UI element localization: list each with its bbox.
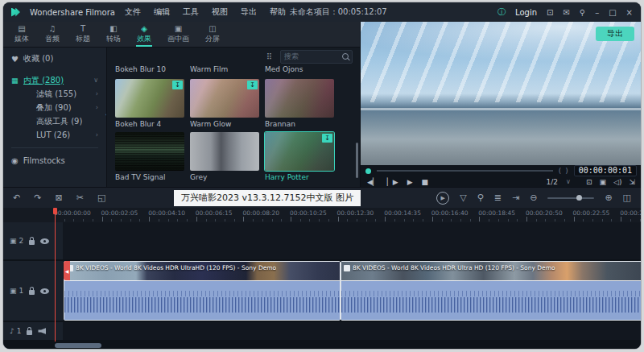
effects-scrollbar[interactable] [356,143,358,178]
split-scissors-icon[interactable]: ✂ [76,193,84,203]
seek-handle[interactable] [365,168,371,174]
speaker-icon[interactable]: ◁) [613,178,621,186]
display-setting-icon[interactable]: ⊡ [586,178,592,186]
sidebar-item-favorites[interactable]: ♥ 收藏 (0) [3,52,106,66]
grid-view-icon[interactable]: ⠿ [266,52,272,61]
timeline-clip[interactable]: 8K VIDEOS - World 8K Videos HDR Ultra HD… [341,261,641,321]
effect-bad-tv-signal[interactable]: Bad TV Signal [115,132,184,181]
lock-icon[interactable] [29,290,35,295]
eye-icon[interactable] [40,288,49,294]
auto-ripple-icon[interactable]: ⇥ [512,193,519,203]
menu-item[interactable]: 文件 [125,6,141,18]
clip-label: 8K VIDEOS - World 8K Videos HDR UltraHD … [76,264,276,271]
menu-item[interactable]: 导出 [241,6,257,18]
snapshot-camera-icon[interactable]: ▣ [600,178,607,186]
close-button[interactable]: × [626,8,633,17]
playhead[interactable] [55,208,56,342]
tab-titles[interactable]: T 标题 [68,22,98,47]
zoom-out-icon[interactable]: ⊖ [530,193,537,203]
effect-warm-glow[interactable]: ↧ Warm Glow [190,79,259,128]
tab-transitions[interactable]: ◧ 转场 [98,22,129,47]
effect-thumbnail[interactable] [115,132,184,171]
effect-thumbnail[interactable]: ↧ [190,79,259,118]
lock-icon[interactable] [29,240,35,245]
menu-item[interactable]: 工具 [183,6,199,18]
fullscreen-icon[interactable]: ⇲ [629,178,635,186]
sidebar-item-lut[interactable]: LUT (26) › [3,128,106,142]
tab-split-screen[interactable]: ◫ 分屏 [197,22,228,47]
redo-icon[interactable]: ↷ [34,193,41,203]
mark-in-icon[interactable]: ( [559,167,562,175]
delete-icon[interactable]: ⊠ [55,193,62,203]
effect-name: Grey [190,173,259,181]
preview-zoom-dropdown[interactable]: 1/2 [547,178,558,186]
tab-pip[interactable]: ▣ 画中画 [159,22,197,47]
voiceover-mic-icon[interactable]: ⚲ [477,193,484,203]
minimize-button[interactable]: – [595,8,599,17]
stop-button[interactable]: ■ [422,178,429,186]
menu-item[interactable]: 编辑 [154,6,170,18]
previous-frame-button[interactable]: ◀▏ [367,178,378,186]
horizontal-scrollbar[interactable] [55,343,101,348]
lock-icon[interactable] [27,330,32,335]
effect-brannan[interactable]: Brannan [265,79,334,128]
ruler-timestamp: 00:00:25:00 [620,209,641,217]
effect-harry-potter[interactable]: ↧ Harry Potter [265,132,334,181]
download-icon[interactable]: ↧ [247,81,258,89]
app-name: Wondershare Filmora [30,8,115,17]
effect-grey[interactable]: Grey [190,132,259,181]
ruler-timestamp: 00:00:22:55 [573,209,621,217]
export-button[interactable]: 导出 [596,27,634,41]
render-preview-icon[interactable]: ▶ [436,192,449,205]
screen-record-icon[interactable]: ⊡ [547,8,553,17]
chevron-icon: › [96,90,98,97]
sidebar-item-built-in[interactable]: ▦ 内置 (280) ∨ [3,73,106,87]
sidebar-item-advanced-tools[interactable]: 高级工具 (9) [3,114,106,128]
effect-name: Warm Glow [190,120,259,128]
mark-shield-icon[interactable]: ▽ [460,193,466,203]
sidebar-item-filters[interactable]: 滤镜 (155) › [3,87,106,101]
tab-effects[interactable]: ◈ 效果 [129,22,159,47]
message-icon[interactable]: ✉ [563,8,569,17]
effect-bokeh-blur-4[interactable]: ↧ Bokeh Blur 4 [115,79,184,128]
trim-handle[interactable]: ◀ [64,261,70,280]
timeline-clip[interactable]: ◀ 8K VIDEOS - World 8K Videos HDR UltraH… [64,261,341,321]
effect-thumbnail[interactable]: ↧ [265,132,334,171]
ruler-timestamp: 00:00:02:05 [101,209,149,217]
download-icon[interactable]: ↧ [322,134,332,143]
ruler-timestamp: 00:00:14:35 [384,209,431,217]
fit-timeline-icon[interactable]: ◫ [623,193,631,203]
download-icon[interactable]: ↧ [172,81,183,89]
sidebar-item-filmstocks[interactable]: ◉ Filmstocks [3,153,106,168]
crop-icon[interactable]: ◱ [97,193,105,203]
speaker-icon[interactable] [38,328,46,334]
divider [11,147,98,148]
effect-thumbnail[interactable] [265,79,334,118]
search-box[interactable] [280,50,353,64]
sidebar-item-overlays[interactable]: 叠加 (90) › [3,101,106,114]
undo-icon[interactable]: ↶ [13,193,20,203]
audio-mixer-icon[interactable]: ≣ [494,193,502,203]
maximize-button[interactable]: □ [609,8,616,17]
mark-out-icon[interactable]: ) [565,167,568,175]
timecode-display[interactable]: 00:00:00:01 [574,165,637,176]
menu-item[interactable]: 帮助 [270,6,286,18]
eye-icon[interactable] [40,238,49,244]
chevron-down-icon[interactable]: ∨ [566,178,571,185]
info-icon[interactable]: ⓘ [497,6,506,18]
effect-thumbnail[interactable] [190,132,259,171]
seek-bar[interactable] [377,170,553,172]
tab-audio[interactable]: ♫ 音频 [37,22,68,47]
next-frame-button[interactable]: ▏▶ [387,178,398,186]
play-button[interactable]: ▶ [407,178,413,186]
search-input[interactable] [284,52,339,60]
tab-media[interactable]: ▤ 媒体 [6,22,37,47]
login-button[interactable]: Login [515,8,537,17]
zoom-in-icon[interactable]: ⊕ [605,193,612,203]
menu-item[interactable]: 视图 [212,6,228,18]
timeline-ruler[interactable]: 00:00:00:0000:00:02:0500:00:04:1000:00:0… [3,208,641,222]
timeline-zoom-slider[interactable] [547,197,594,199]
effect-thumbnail[interactable]: ↧ [115,79,184,118]
effect-name: Harry Potter [265,173,334,181]
microphone-icon[interactable]: ⚲ [580,8,585,17]
